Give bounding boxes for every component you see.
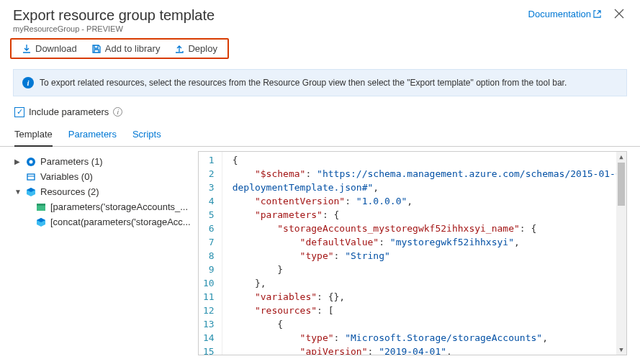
scroll-thumb[interactable]: [618, 163, 625, 206]
toolbar-highlight-box: Download Add to library Deploy: [10, 38, 229, 59]
page-subtitle: myResourceGroup - PREVIEW: [13, 24, 215, 33]
deploy-label: Deploy: [188, 43, 217, 54]
svg-rect-2: [27, 174, 35, 180]
code-editor[interactable]: 123456789101112131415 { "$schema": "http…: [198, 151, 627, 355]
svg-rect-4: [37, 204, 45, 206]
deploy-button[interactable]: Deploy: [167, 41, 224, 56]
info-text: To export related resources, select the …: [40, 78, 567, 88]
info-icon: i: [22, 77, 34, 88]
tab-scripts[interactable]: Scripts: [132, 124, 161, 146]
add-to-library-button[interactable]: Add to library: [84, 41, 168, 56]
resources-icon: [26, 187, 36, 197]
tree-parameters-label: Parameters (1): [40, 156, 103, 167]
tree-variables-label: Variables (0): [40, 171, 93, 182]
include-parameters-checkbox[interactable]: ✓: [14, 107, 24, 117]
download-button[interactable]: Download: [14, 41, 84, 56]
code-body: { "$schema": "https://schema.management.…: [222, 152, 616, 355]
download-icon: [22, 44, 32, 54]
download-label: Download: [35, 43, 77, 54]
scroll-up-arrow-icon[interactable]: ▲: [616, 152, 626, 162]
documentation-label: Documentation: [528, 9, 591, 19]
scroll-down-arrow-icon[interactable]: ▼: [616, 345, 626, 355]
external-link-icon: [593, 10, 601, 18]
save-icon: [91, 44, 102, 54]
caret-right-icon: ▶: [14, 158, 22, 165]
tab-template[interactable]: Template: [14, 124, 53, 147]
documentation-link[interactable]: Documentation: [528, 9, 601, 19]
tree-resource-2[interactable]: [concat(parameters('storageAcc...: [13, 214, 195, 229]
storage-icon: [36, 203, 46, 211]
toolbar: Download Add to library Deploy: [0, 36, 640, 63]
tree-variables[interactable]: Variables (0): [13, 169, 195, 184]
content-area: ▶ Parameters (1) Variables (0) ▼ Resourc…: [0, 147, 640, 355]
vertical-scrollbar[interactable]: ▲ ▼: [616, 152, 626, 355]
svg-point-1: [30, 160, 33, 163]
tree-resource-2-label: [concat(parameters('storageAcc...: [50, 217, 191, 227]
add-to-library-label: Add to library: [105, 43, 161, 54]
tree-parameters[interactable]: ▶ Parameters (1): [13, 154, 195, 169]
tree-resource-1-label: [parameters('storageAccounts_...: [50, 201, 188, 212]
include-parameters-row: ✓ Include parameters i: [0, 105, 640, 124]
info-bar: i To export related resources, select th…: [13, 69, 627, 96]
line-gutter: 123456789101112131415: [199, 152, 222, 355]
deploy-icon: [174, 44, 184, 54]
caret-down-icon: ▼: [14, 188, 22, 196]
close-button[interactable]: [611, 7, 627, 20]
blade-header: Export resource group template myResourc…: [0, 0, 640, 36]
include-parameters-label: Include parameters: [29, 106, 109, 117]
tab-parameters[interactable]: Parameters: [68, 124, 117, 146]
tree-resource-1[interactable]: [parameters('storageAccounts_...: [13, 199, 195, 214]
resource-cube-icon: [36, 217, 46, 227]
tree-resources-label: Resources (2): [40, 186, 99, 197]
parameters-icon: [26, 157, 36, 167]
resource-tree: ▶ Parameters (1) Variables (0) ▼ Resourc…: [13, 151, 198, 355]
page-title: Export resource group template: [13, 7, 215, 24]
tree-resources[interactable]: ▼ Resources (2): [13, 184, 195, 199]
tabs: Template Parameters Scripts: [0, 124, 640, 147]
info-tooltip-icon[interactable]: i: [113, 107, 122, 117]
variables-icon: [26, 172, 36, 182]
